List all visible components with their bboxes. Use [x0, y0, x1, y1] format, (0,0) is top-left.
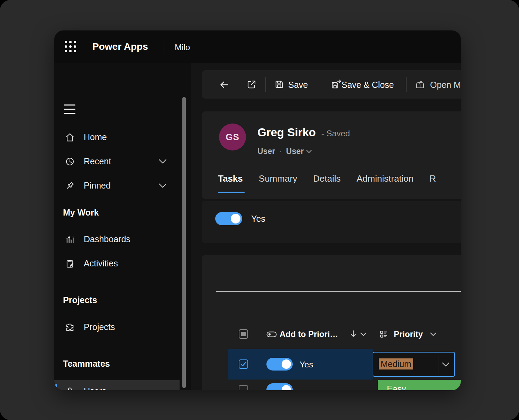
puzzle-icon	[65, 322, 75, 332]
sidebar-item-home[interactable]: Home	[54, 128, 180, 147]
section-divider	[216, 291, 461, 292]
row-toggle-on[interactable]	[266, 358, 293, 371]
save-and-close-button[interactable]: Save & Close	[342, 80, 394, 90]
sidebar-item-activities[interactable]: Activities	[54, 254, 180, 273]
sidebar-item-label: Recent	[84, 156, 111, 166]
sidebar-item-projects[interactable]: Projects	[54, 318, 180, 337]
field-toggle-on[interactable]	[215, 212, 242, 225]
environment-name[interactable]: Milo	[175, 43, 190, 52]
toggle-field-card: Yes	[202, 201, 461, 243]
row2-checkbox[interactable]	[239, 385, 248, 390]
sidebar-item-recent[interactable]: Recent	[54, 152, 180, 171]
dashboards-icon	[65, 235, 75, 244]
screenshot-canvas: Power Apps Milo Home Recent	[0, 0, 519, 420]
sort-descending-icon[interactable]	[349, 330, 357, 338]
toggle-column-icon	[266, 331, 277, 337]
dropdown-option-label: Easy	[387, 384, 406, 390]
sidebar-item-dashboards[interactable]: Dashboards	[54, 230, 180, 249]
chevron-down-icon[interactable]	[158, 158, 167, 165]
sidebar-item-label: Home	[84, 132, 107, 142]
row-checkbox-checked[interactable]	[239, 359, 248, 369]
active-tab-underline	[218, 192, 245, 193]
save-button[interactable]: Save	[288, 80, 308, 90]
toggle-knob	[231, 214, 240, 223]
waffle-menu-icon[interactable]	[65, 41, 76, 52]
chevron-down-icon	[306, 149, 312, 154]
checkbox-partial-fill	[241, 332, 246, 336]
tab-summary[interactable]: Summary	[259, 173, 297, 184]
chevron-down-icon[interactable]	[158, 182, 167, 189]
sidebar: Home Recent Pinned My Wo	[54, 63, 191, 390]
tab-related[interactable]: R	[429, 173, 436, 184]
separator-dot: ·	[279, 147, 282, 156]
field-toggle-label: Yes	[251, 214, 265, 224]
record-header-card: GS Greg Sirko - Saved User · User Tasks …	[202, 111, 461, 199]
sidebar-item-label: Dashboards	[84, 234, 130, 244]
choices-column-icon	[379, 330, 388, 339]
person-icon	[65, 386, 75, 390]
record-subtitle: User · User	[257, 147, 312, 156]
section-header-teammates: Teammates	[63, 359, 110, 369]
back-arrow-icon[interactable]	[219, 80, 229, 90]
selected-text: Medium	[379, 358, 413, 369]
sidebar-item-label: Pinned	[84, 181, 111, 191]
clock-icon	[65, 157, 75, 166]
popout-icon[interactable]	[246, 79, 257, 90]
mailbox-icon[interactable]	[415, 80, 425, 90]
app-name: Power Apps	[92, 41, 148, 52]
toggle-knob	[282, 359, 291, 369]
form-selector[interactable]: User	[286, 147, 312, 156]
column-header-priority[interactable]: Priority	[394, 329, 423, 339]
row-toggle-label: Yes	[300, 360, 313, 369]
row2-toggle-wrap	[266, 383, 293, 390]
combobox-value: Medium	[379, 359, 413, 369]
record-avatar: GS	[219, 124, 246, 150]
sidebar-item-label: Projects	[84, 322, 115, 332]
chevron-down-icon[interactable]	[360, 332, 367, 337]
record-tabs: Tasks Summary Details Administration R	[218, 173, 436, 184]
selected-indicator	[55, 384, 57, 390]
topbar-divider	[164, 40, 164, 53]
row2-toggle-on[interactable]	[266, 383, 293, 390]
record-name-row: Greg Sirko - Saved	[257, 126, 350, 139]
record-save-status: - Saved	[321, 129, 350, 138]
sidebar-item-pinned[interactable]: Pinned	[54, 176, 180, 195]
column-header-add-to-priority[interactable]: Add to Priori…	[280, 329, 338, 339]
tab-administration[interactable]: Administration	[357, 173, 414, 184]
section-header-projects: Projects	[63, 295, 97, 305]
sidebar-scrollbar[interactable]	[182, 97, 186, 388]
tab-tasks[interactable]: Tasks	[218, 173, 243, 184]
command-bar-divider	[406, 77, 407, 92]
select-all-checkbox[interactable]	[239, 329, 248, 339]
command-bar: Save Save & Close Open M	[202, 70, 461, 99]
check-icon	[240, 360, 247, 368]
sidebar-item-users[interactable]: Users	[54, 380, 180, 390]
pin-icon	[65, 181, 75, 191]
save-and-close-icon[interactable]	[331, 79, 342, 90]
record-name: Greg Sirko	[257, 126, 316, 139]
toggle-knob	[282, 385, 291, 390]
sidebar-item-label: Users	[84, 386, 106, 390]
home-icon	[65, 133, 75, 142]
tasks-grid-card: Add to Priori… Priority Yes	[202, 255, 461, 390]
hamburger-menu-icon[interactable]	[64, 104, 75, 114]
combobox-divider	[438, 356, 438, 373]
record-entity-type: User	[257, 147, 275, 156]
priority-combobox[interactable]: Medium	[373, 352, 455, 377]
clipboard-icon	[65, 259, 75, 268]
command-bar-divider	[265, 77, 266, 92]
power-apps-window: Power Apps Milo Home Recent	[54, 30, 461, 390]
row-toggle-wrap	[266, 358, 293, 371]
open-more-button[interactable]: Open M	[430, 80, 461, 90]
combobox-chevron-icon[interactable]	[441, 362, 450, 367]
dropdown-option-easy[interactable]: Easy	[378, 380, 461, 390]
save-icon[interactable]	[274, 80, 284, 89]
form-name: User	[286, 147, 304, 156]
chevron-down-icon[interactable]	[430, 332, 437, 337]
section-header-my-work: My Work	[63, 208, 99, 218]
sidebar-item-label: Activities	[84, 258, 118, 268]
tab-details[interactable]: Details	[313, 173, 340, 184]
